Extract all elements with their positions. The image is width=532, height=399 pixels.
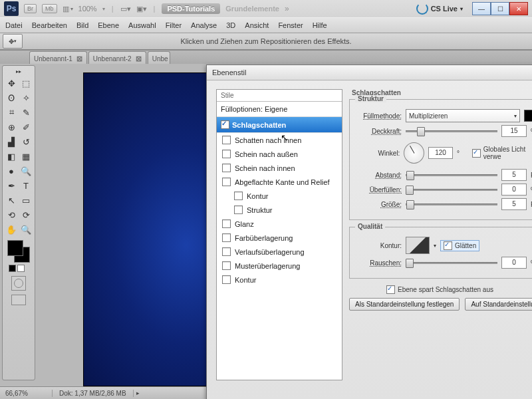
blend-mode-select[interactable]: Multiplizieren▾ bbox=[406, 109, 520, 122]
maximize-button[interactable]: ☐ bbox=[491, 2, 509, 15]
size-slider[interactable] bbox=[406, 200, 497, 209]
style-color-overlay[interactable]: Farbüberlagerung bbox=[217, 231, 342, 245]
style-inner-shadow[interactable]: Schatten nach innen bbox=[217, 133, 342, 147]
menu-bearbeiten[interactable]: Bearbeiten bbox=[32, 21, 67, 29]
doc-tab-2[interactable]: Unbenannt-2⊠ bbox=[88, 51, 146, 65]
history-brush-tool[interactable]: ↺ bbox=[19, 135, 33, 148]
style-gradient-overlay[interactable]: Verlaufsüberlagerung bbox=[217, 245, 342, 259]
style-inner-glow[interactable]: Schein nach innen bbox=[217, 161, 342, 175]
antialias-checkbox[interactable]: Glätten bbox=[440, 240, 479, 251]
menu-auswahl[interactable]: Auswahl bbox=[128, 21, 156, 29]
status-docsize[interactable]: Dok: 1,37 MB/2,86 MB bbox=[53, 390, 134, 397]
layer-style-dialog: Ebenenstil Stile Fülloptionen: Eigene Sc… bbox=[206, 65, 532, 399]
close-button[interactable]: ✕ bbox=[509, 2, 528, 15]
angle-value[interactable]: 120 bbox=[428, 147, 453, 159]
quickmask-toggle[interactable] bbox=[11, 276, 26, 291]
minibridge-button[interactable]: Mb bbox=[42, 4, 57, 13]
global-light-checkbox[interactable]: Globales Licht verwe bbox=[472, 146, 532, 160]
foreground-color[interactable] bbox=[7, 240, 23, 256]
crop-tool[interactable]: ⌗ bbox=[5, 106, 18, 119]
path-select-tool[interactable]: ↖ bbox=[5, 194, 18, 207]
toolbox-collapse-icon[interactable]: ▸▸ bbox=[16, 68, 21, 74]
dodge-tool[interactable]: 🔍 bbox=[19, 164, 33, 178]
styles-list: Stile Fülloptionen: Eigene Schlagschatte… bbox=[216, 89, 342, 380]
distance-label: Abstand: bbox=[355, 172, 402, 179]
shadow-color[interactable] bbox=[524, 110, 532, 122]
3d-tool[interactable]: ⟲ bbox=[5, 208, 18, 221]
menu-ansicht[interactable]: Ansicht bbox=[245, 21, 269, 29]
brush-tool[interactable]: ✐ bbox=[19, 120, 33, 134]
heal-tool[interactable]: ⊕ bbox=[5, 120, 18, 134]
minimize-button[interactable]: — bbox=[472, 2, 491, 15]
hand-tool[interactable]: ✋ bbox=[5, 223, 18, 236]
lasso-tool[interactable]: ʘ bbox=[5, 91, 18, 104]
eraser-tool[interactable]: ◧ bbox=[5, 150, 18, 163]
menu-analyse[interactable]: Analyse bbox=[191, 21, 217, 29]
screenmode-toggle[interactable] bbox=[11, 295, 26, 305]
menu-fenster[interactable]: Fenster bbox=[278, 21, 303, 29]
style-bevel[interactable]: Abgeflachte Kante und Relief bbox=[217, 175, 342, 189]
fill-options[interactable]: Fülloptionen: Eigene bbox=[217, 102, 342, 117]
toolbox: ▸▸ ✥⬚ ʘ✧ ⌗✎ ⊕✐ ▟↺ ◧▦ ●🔍 ✒T ↖▭ ⟲⟳ ✋🔍 bbox=[2, 65, 35, 380]
contour-preview[interactable] bbox=[406, 237, 430, 254]
bridge-button[interactable]: Br bbox=[24, 4, 37, 13]
blur-tool[interactable]: ● bbox=[5, 164, 18, 178]
style-settings: Schlagschatten Struktur Füllmethode: Mul… bbox=[342, 80, 532, 399]
spread-value[interactable]: 0 bbox=[501, 184, 527, 196]
zoom-level[interactable]: 100% bbox=[78, 5, 97, 13]
knockout-checkbox[interactable]: Ebene spart Schlagschatten aus bbox=[386, 285, 532, 294]
opacity-slider[interactable] bbox=[406, 126, 497, 136]
style-bevel-texture[interactable]: Struktur bbox=[217, 203, 342, 217]
view-extras-dropdown[interactable]: ▥▾ bbox=[63, 5, 73, 13]
arrange-dropdown[interactable]: ▭▾ bbox=[120, 5, 131, 13]
size-label: Größe: bbox=[355, 201, 402, 208]
eyedropper-tool[interactable]: ✎ bbox=[19, 106, 33, 119]
status-zoom[interactable]: 66,67% bbox=[0, 390, 53, 397]
angle-dial[interactable] bbox=[404, 142, 424, 164]
menu-ebene[interactable]: Ebene bbox=[98, 21, 119, 29]
workspace-psd-tutorials[interactable]: PSD-Tutorials bbox=[162, 3, 220, 14]
noise-slider[interactable] bbox=[406, 258, 497, 267]
style-drop-shadow[interactable]: Schlagschatten bbox=[217, 117, 342, 133]
workspace-grundelemente[interactable]: Grundelemente bbox=[225, 5, 279, 13]
noise-value[interactable]: 0 bbox=[501, 257, 527, 269]
size-value[interactable]: 5 bbox=[501, 198, 527, 210]
spread-slider[interactable] bbox=[406, 185, 497, 194]
reset-default-button[interactable]: Auf Standardeinstellun bbox=[465, 298, 532, 311]
wand-tool[interactable]: ✧ bbox=[19, 91, 33, 104]
style-bevel-contour[interactable]: Kontur bbox=[217, 189, 342, 203]
app-root: Ps Br Mb ▥▾ 100%▾ | ▭▾ ▣▾ | PSD-Tutorial… bbox=[0, 0, 532, 399]
style-pattern-overlay[interactable]: Musterüberlagerung bbox=[217, 259, 342, 273]
dialog-title[interactable]: Ebenenstil bbox=[207, 65, 532, 80]
distance-slider[interactable] bbox=[406, 170, 497, 180]
style-stroke[interactable]: Kontur bbox=[217, 273, 342, 287]
menu-3d[interactable]: 3D bbox=[226, 21, 235, 29]
gradient-tool[interactable]: ▦ bbox=[19, 150, 33, 163]
menu-hilfe[interactable]: Hilfe bbox=[313, 21, 327, 29]
shape-tool[interactable]: ▭ bbox=[19, 194, 33, 207]
menu-filter[interactable]: Filter bbox=[166, 21, 182, 29]
distance-value[interactable]: 5 bbox=[501, 169, 527, 181]
close-icon[interactable]: ⊠ bbox=[136, 55, 142, 63]
cs-live-button[interactable]: CS Live▾ bbox=[416, 3, 463, 15]
menu-bild[interactable]: Bild bbox=[76, 21, 88, 29]
style-satin[interactable]: Glanz bbox=[217, 217, 342, 231]
color-swatches[interactable] bbox=[7, 240, 30, 263]
make-default-button[interactable]: Als Standardeinstellung festlegen bbox=[349, 298, 460, 311]
menu-datei[interactable]: Datei bbox=[5, 21, 23, 29]
pen-tool[interactable]: ✒ bbox=[5, 179, 18, 192]
doc-tab-1[interactable]: Unbenannt-1⊠ bbox=[29, 51, 87, 65]
close-icon[interactable]: ⊠ bbox=[76, 55, 82, 63]
opacity-value[interactable]: 15 bbox=[501, 125, 527, 137]
marquee-tool[interactable]: ⬚ bbox=[19, 76, 33, 90]
spread-label: Überfüllen: bbox=[355, 186, 402, 194]
type-tool[interactable]: T bbox=[19, 179, 33, 192]
options-bar: ✥▾ Klicken und Ziehen zum Repositioniere… bbox=[0, 33, 532, 50]
move-tool[interactable]: ✥ bbox=[5, 76, 18, 90]
screen-mode-dropdown[interactable]: ▣▾ bbox=[136, 5, 147, 13]
stamp-tool[interactable]: ▟ bbox=[5, 135, 18, 148]
doc-tab-3[interactable]: Unbe bbox=[148, 51, 170, 65]
zoom-tool[interactable]: 🔍 bbox=[19, 223, 33, 236]
3d-camera-tool[interactable]: ⟳ bbox=[19, 208, 33, 221]
style-outer-glow[interactable]: Schein nach außen bbox=[217, 147, 342, 161]
